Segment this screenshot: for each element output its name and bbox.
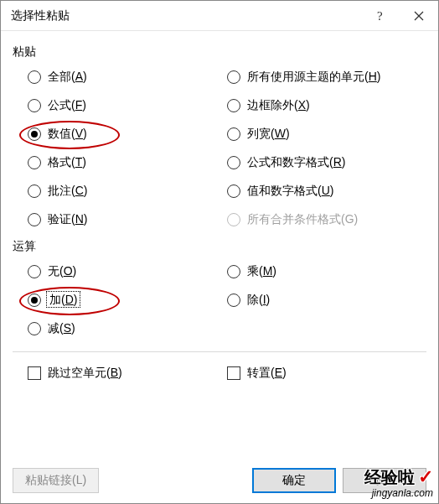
radio-label: 验证(N): [48, 212, 87, 227]
radio-icon: [28, 156, 41, 169]
radio-paste-l-1[interactable]: 公式(F): [28, 91, 227, 120]
ok-button[interactable]: 确定: [252, 468, 336, 493]
radio-paste-l-4[interactable]: 批注(C): [28, 177, 227, 205]
radio-paste-l-2[interactable]: 数值(V): [28, 120, 227, 148]
radio-icon: [227, 70, 240, 84]
radio-label: 边框除外(X): [247, 98, 310, 113]
dialog-title: 选择性粘贴: [11, 8, 70, 23]
radio-icon: [28, 294, 41, 307]
paste-link-button: 粘贴链接(L): [13, 468, 99, 493]
radio-label: 减(S): [48, 321, 75, 336]
group-label-operation: 运算: [13, 239, 426, 254]
radio-icon: [227, 184, 240, 198]
paste-right-col: 所有使用源主题的单元(H)边框除外(X)列宽(W)公式和数字格式(R)值和数字格…: [227, 63, 426, 234]
radio-label: 值和数字格式(U): [247, 184, 333, 199]
radio-op-l-0[interactable]: 无(O): [28, 257, 227, 286]
radio-label: 公式和数字格式(R): [247, 155, 345, 170]
operation-right-col: 乘(M)除(I): [227, 257, 426, 343]
radio-icon: [28, 99, 41, 112]
radio-op-l-1[interactable]: 加(D): [28, 286, 227, 314]
close-button[interactable]: [400, 1, 438, 31]
radio-label: 无(O): [48, 264, 76, 279]
checkbox-row: 跳过空单元(B) 转置(E): [13, 359, 426, 387]
radio-label: 乘(M): [247, 264, 276, 279]
radio-icon: [28, 184, 41, 198]
radio-icon: [227, 213, 240, 226]
radio-paste-r-1[interactable]: 边框除外(X): [227, 91, 426, 120]
radio-op-r-0[interactable]: 乘(M): [227, 257, 426, 286]
group-paste: 全部(A)公式(F)数值(V)格式(T)批注(C)验证(N) 所有使用源主题的单…: [13, 63, 426, 234]
radio-icon: [28, 70, 41, 84]
radio-label: 加(D): [48, 293, 79, 308]
radio-paste-l-5[interactable]: 验证(N): [28, 205, 227, 234]
checkbox-label: 转置(E): [247, 366, 287, 381]
radio-icon: [227, 294, 240, 307]
radio-paste-r-3[interactable]: 公式和数字格式(R): [227, 148, 426, 177]
radio-label: 公式(F): [48, 98, 86, 113]
radio-label: 除(I): [247, 293, 270, 308]
close-icon: [414, 11, 424, 21]
paste-left-col: 全部(A)公式(F)数值(V)格式(T)批注(C)验证(N): [13, 63, 227, 234]
radio-icon: [227, 265, 240, 278]
radio-paste-r-2[interactable]: 列宽(W): [227, 120, 426, 148]
radio-icon: [227, 156, 240, 169]
group-operation: 无(O)加(D)减(S) 乘(M)除(I): [13, 257, 426, 343]
dialog-content: 粘贴 全部(A)公式(F)数值(V)格式(T)批注(C)验证(N) 所有使用源主…: [1, 31, 438, 396]
radio-op-r-1[interactable]: 除(I): [227, 286, 426, 314]
svg-text:?: ?: [377, 9, 383, 23]
checkbox-icon: [227, 366, 240, 380]
group-label-paste: 粘贴: [13, 44, 426, 60]
radio-label: 数值(V): [48, 127, 87, 142]
help-button[interactable]: ?: [361, 1, 400, 31]
operation-left-col: 无(O)加(D)减(S): [13, 257, 227, 343]
radio-op-l-2[interactable]: 减(S): [28, 314, 227, 343]
divider: [13, 351, 426, 352]
radio-paste-r-0[interactable]: 所有使用源主题的单元(H): [227, 63, 426, 91]
radio-label: 格式(T): [48, 155, 86, 170]
checkbox-transpose[interactable]: 转置(E): [227, 359, 426, 387]
titlebar: 选择性粘贴 ?: [1, 1, 438, 31]
checkbox-icon: [28, 366, 41, 380]
radio-icon: [28, 322, 41, 335]
radio-label: 所有使用源主题的单元(H): [247, 70, 380, 85]
checkbox-skip-blanks[interactable]: 跳过空单元(B): [28, 359, 227, 387]
button-row: 粘贴链接(L) 确定 取消: [1, 468, 438, 493]
radio-paste-r-4[interactable]: 值和数字格式(U): [227, 177, 426, 205]
radio-label: 所有合并条件格式(G): [247, 212, 358, 227]
radio-label: 全部(A): [48, 70, 87, 85]
cancel-button[interactable]: 取消: [343, 468, 426, 493]
help-icon: ?: [375, 9, 385, 23]
radio-label: 列宽(W): [247, 127, 290, 142]
dialog-window: 选择性粘贴 ? 粘贴 全部(A)公式(F)数值(V)格式(T)批注(C)验证(N…: [0, 0, 439, 504]
radio-label: 批注(C): [48, 184, 87, 199]
radio-icon: [28, 213, 41, 226]
radio-icon: [227, 99, 240, 112]
radio-paste-r-5: 所有合并条件格式(G): [227, 205, 426, 234]
checkbox-label: 跳过空单元(B): [48, 366, 122, 381]
radio-icon: [28, 265, 41, 278]
radio-paste-l-3[interactable]: 格式(T): [28, 148, 227, 177]
radio-icon: [28, 127, 41, 141]
radio-paste-l-0[interactable]: 全部(A): [28, 63, 227, 91]
radio-icon: [227, 127, 240, 141]
